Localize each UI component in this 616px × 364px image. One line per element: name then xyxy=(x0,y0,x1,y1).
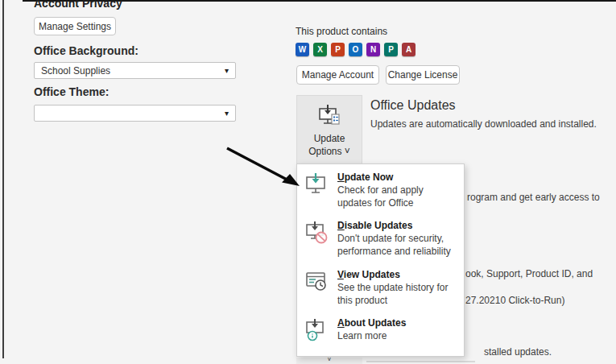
menu-item-view-updates[interactable]: View Updates See the update history for … xyxy=(297,267,464,307)
view-updates-icon xyxy=(297,267,337,307)
bottom-text-fragment: stalled updates. xyxy=(484,346,552,358)
product-contains-label: This product contains xyxy=(296,26,387,37)
menu-item-desc: performance and reliability xyxy=(337,245,459,258)
publisher-icon: P xyxy=(384,43,398,56)
update-options-button[interactable]: Update Options ˅ xyxy=(296,95,362,165)
office-theme-select[interactable]: ▾ xyxy=(34,105,236,122)
update-options-label-line2: Options ˅ xyxy=(308,145,350,158)
update-options-icon xyxy=(316,103,342,132)
update-options-menu: Update Now Check for and apply updates f… xyxy=(296,163,465,357)
office-theme-label: Office Theme: xyxy=(34,85,109,98)
account-privacy-heading: Account Privacy xyxy=(34,0,122,10)
menu-item-title: About Updates xyxy=(337,317,406,329)
annotation-arrow xyxy=(222,143,307,198)
menu-item-disable-updates[interactable]: Disable Updates Don't update for securit… xyxy=(297,217,464,258)
outlook-icon: O xyxy=(349,43,362,56)
onenote-icon: N xyxy=(366,43,380,56)
product-app-icons: W X P O N P A xyxy=(296,43,415,56)
menu-item-desc: Check for and apply xyxy=(337,184,459,196)
menu-item-title: View Updates xyxy=(337,269,400,280)
word-icon: W xyxy=(296,43,309,56)
powerpoint-icon: P xyxy=(331,43,345,56)
menu-item-desc: this product xyxy=(337,294,459,307)
menu-item-title: Update Now xyxy=(337,172,393,183)
about-text-fragment-1: ook, Support, Product ID, and xyxy=(465,268,593,279)
menu-item-title: Disable Updates xyxy=(337,220,412,231)
menu-item-desc: Learn more xyxy=(337,329,459,342)
manage-account-button[interactable]: Manage Account xyxy=(296,65,379,85)
update-options-label-line1: Update xyxy=(314,132,345,145)
manage-settings-button[interactable]: Manage Settings xyxy=(34,17,116,35)
divider-line xyxy=(366,361,475,362)
chevron-down-icon: ▾ xyxy=(225,110,229,118)
about-text-fragment-2: 27.20210 Click-to-Run) xyxy=(465,295,564,306)
office-background-value: School Supplies xyxy=(41,65,110,77)
excel-icon: X xyxy=(313,43,327,56)
office-updates-subtext: Updates are automatically downloaded and… xyxy=(370,118,597,130)
menu-item-desc: updates for Office xyxy=(337,196,459,209)
menu-item-update-now[interactable]: Update Now Check for and apply updates f… xyxy=(297,169,464,209)
access-icon: A xyxy=(402,43,415,56)
office-updates-heading: Office Updates xyxy=(370,98,456,113)
office-background-select[interactable]: School Supplies ▾ xyxy=(34,62,236,79)
disable-updates-icon xyxy=(297,217,337,258)
menu-item-desc: Don't update for security, xyxy=(337,232,459,245)
chevron-down-icon: ˅ xyxy=(327,358,332,364)
change-license-button[interactable]: Change License xyxy=(386,65,460,85)
menu-item-desc: See the update history for xyxy=(337,281,459,294)
menu-item-about-updates[interactable]: About Updates Learn more xyxy=(297,315,464,342)
left-border-line xyxy=(2,0,4,358)
office-account-page: Account Privacy Manage Settings Office B… xyxy=(0,0,616,364)
insider-text-fragment: rogram and get early access to xyxy=(467,192,600,203)
about-updates-icon xyxy=(297,315,337,342)
update-history-button-partial[interactable]: ˅ xyxy=(296,358,362,364)
chevron-down-icon: ▾ xyxy=(225,67,229,75)
office-background-label: Office Background: xyxy=(34,44,138,57)
update-now-icon xyxy=(297,169,337,209)
